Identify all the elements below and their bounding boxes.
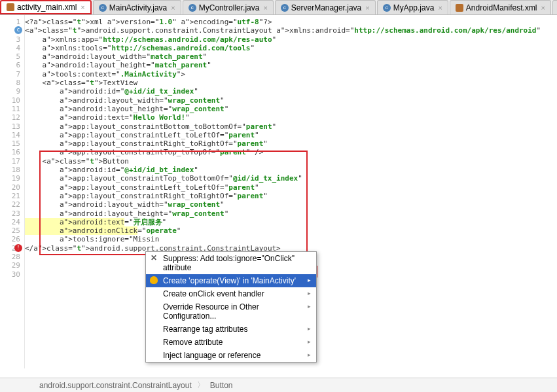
tab-label: MyController.java <box>199 3 260 12</box>
code-line[interactable]: a">android:layout_width="wrap_content" <box>25 200 557 209</box>
context-item-label: Rearrange tag attributes <box>163 325 247 334</box>
code-line[interactable]: a">app:layout_constraintBottom_toBottomO… <box>25 122 557 131</box>
line-number: 13 <box>0 122 20 131</box>
line-number: 3 <box>0 35 20 44</box>
line-number: 25 <box>0 226 20 235</box>
line-number: 19 <box>0 174 20 183</box>
code-line[interactable]: a">android:id="@+id/id_bt_index" <box>25 166 557 174</box>
code-line[interactable]: a">app:layout_constraintRight_toRightOf=… <box>25 139 557 148</box>
tab-androidmanifest-xml[interactable]: AndroidManifest.xml× <box>450 0 551 14</box>
code-line[interactable]: a">tools:ignore="Missin <box>25 235 557 243</box>
context-item-create-onclick-event-handler[interactable]: Create onClick event handler▸ <box>146 287 316 300</box>
code-line[interactable]: a">android:layout_width="match_parent" <box>25 52 557 61</box>
breadcrumb-item[interactable]: Button <box>210 381 233 390</box>
code-line[interactable]: a">android:layout_width="wrap_content" <box>25 96 557 105</box>
code-line[interactable]: a">xmlns:app="http://schemas.android.com… <box>25 35 557 44</box>
code-line[interactable]: a">android:id="@+id/id_tx_index" <box>25 87 557 96</box>
code-line[interactable]: a">app:layout_constraintTop_toBottomOf="… <box>25 174 557 183</box>
submenu-arrow-icon: ▸ <box>308 277 311 283</box>
tab-strip: activity_main.xml×cMainActivity.java×cMy… <box>0 0 557 15</box>
context-item-suppress-add-tools-ignore-oncl[interactable]: ✕Suppress: Add tools:ignore="OnClick" at… <box>146 252 316 274</box>
code-line[interactable]: a">xmlns:tools="http://schemas.android.c… <box>25 44 557 52</box>
gutter: 1234567891011121314151617181920212223242… <box>0 15 25 368</box>
code-line[interactable]: <a">class="t">android.support.constraint… <box>25 26 557 35</box>
line-number: 22 <box>0 200 20 209</box>
close-icon[interactable]: × <box>438 4 442 12</box>
context-item-label: Suppress: Add tools:ignore="OnClick" att… <box>163 254 295 272</box>
close-icon[interactable]: × <box>171 4 175 12</box>
code-line[interactable]: a">android:layout_height="wrap_content" <box>25 209 557 218</box>
bulb-icon <box>150 276 158 284</box>
line-number: 21 <box>0 192 20 200</box>
code-line[interactable]: a">android:text="开启服务" <box>25 218 557 226</box>
code-line[interactable]: a">app:layout_constraintTop_toTopOf="par… <box>25 148 557 156</box>
tab-mycontroller-java[interactable]: cMyController.java× <box>183 0 274 14</box>
close-icon[interactable]: × <box>81 3 84 11</box>
line-number: 7 <box>0 70 20 79</box>
code-line[interactable]: <a">class="t">TextView <box>25 79 557 87</box>
xml-icon <box>7 3 14 11</box>
breadcrumb: android.support.constraint.ConstraintLay… <box>0 378 557 392</box>
code-line[interactable]: a">app:layout_constraintLeft_toLeftOf="p… <box>25 183 557 192</box>
close-icon[interactable]: × <box>365 4 369 12</box>
java-icon: c <box>383 4 391 12</box>
tab-label: activity_main.xml <box>17 3 77 12</box>
context-item-label: Inject language or reference <box>163 351 261 360</box>
context-item-label: Remove attribute <box>163 338 223 347</box>
line-number: 9 <box>0 87 20 96</box>
context-item-rearrange-tag-attributes[interactable]: Rearrange tag attributes▸ <box>146 323 316 336</box>
code-line[interactable]: a">app:layout_constraintLeft_toLeftOf="p… <box>25 131 557 139</box>
submenu-arrow-icon: ▸ <box>308 338 311 345</box>
code-line[interactable]: <?a">class="t">xml a">version="1.0" a">e… <box>25 18 557 26</box>
context-item-inject-language-or-reference[interactable]: Inject language or reference▸ <box>146 349 316 362</box>
tab-mainactivity-java[interactable]: cMainActivity.java× <box>93 0 181 14</box>
breadcrumb-sep: 〉 <box>197 380 205 391</box>
java-icon: c <box>281 4 289 12</box>
line-number: 14 <box>0 131 20 139</box>
tab-label: MainActivity.java <box>109 3 167 12</box>
line-number: 16 <box>0 148 20 156</box>
java-icon: c <box>99 4 107 12</box>
code-line[interactable]: a">android:text="Hello World!" <box>25 113 557 122</box>
close-icon[interactable]: × <box>541 4 545 12</box>
line-number: 15 <box>0 139 20 148</box>
code-line[interactable]: a">android:onClick="operate" <box>25 226 557 235</box>
line-number: 24 <box>0 218 20 226</box>
close-icon[interactable]: × <box>263 4 267 12</box>
line-number: 4 <box>0 44 20 52</box>
code-line[interactable]: a">app:layout_constraintRight_toRightOf=… <box>25 192 557 200</box>
tab-app[interactable]: app× <box>552 0 557 14</box>
context-item-remove-attribute[interactable]: Remove attribute▸ <box>146 336 316 349</box>
line-number: 6 <box>0 61 20 69</box>
context-item-label: Create 'operate(View)' in 'MainActivity' <box>163 276 296 285</box>
submenu-arrow-icon: ▸ <box>308 290 311 296</box>
submenu-arrow-icon: ▸ <box>308 351 311 358</box>
breadcrumb-item[interactable]: android.support.constraint.ConstraintLay… <box>39 381 192 390</box>
java-icon: c <box>189 4 196 12</box>
submenu-arrow-icon: ▸ <box>308 303 311 310</box>
code-line[interactable]: a">tools:context=".MainActivity"> <box>25 70 557 79</box>
line-number: 5 <box>0 52 20 61</box>
code-line[interactable]: a">android:layout_height="wrap_content" <box>25 105 557 113</box>
line-number: 18 <box>0 166 20 174</box>
line-number: 8 <box>0 79 20 87</box>
line-number: 23 <box>0 209 20 218</box>
line-number: 17 <box>0 157 20 166</box>
class-gutter-icon[interactable]: c <box>14 26 22 34</box>
context-menu: ✕Suppress: Add tools:ignore="OnClick" at… <box>145 251 317 363</box>
tab-activity_main-xml[interactable]: activity_main.xml× <box>0 0 92 14</box>
tab-myapp-java[interactable]: cMyApp.java× <box>377 0 448 14</box>
tab-servermanager-java[interactable]: cServerManager.java× <box>275 0 376 14</box>
line-number: 29 <box>0 261 20 270</box>
tab-label: MyApp.java <box>393 3 435 12</box>
tab-label: AndroidManifest.xml <box>466 3 537 12</box>
context-item-label: Override Resource in Other Configuration… <box>163 302 259 321</box>
line-number: 11 <box>0 105 20 113</box>
code-line[interactable]: <a">class="t">Button <box>25 157 557 166</box>
context-item-label: Create onClick event handler <box>163 289 264 298</box>
error-gutter-icon[interactable]: ! <box>14 244 22 252</box>
context-item-create-operate-view-in-mainact[interactable]: Create 'operate(View)' in 'MainActivity'… <box>146 274 316 287</box>
xml-icon <box>456 4 463 12</box>
context-item-override-resource-in-other-con[interactable]: Override Resource in Other Configuration… <box>146 300 316 323</box>
code-line[interactable]: a">android:layout_height="match_parent" <box>25 61 557 69</box>
